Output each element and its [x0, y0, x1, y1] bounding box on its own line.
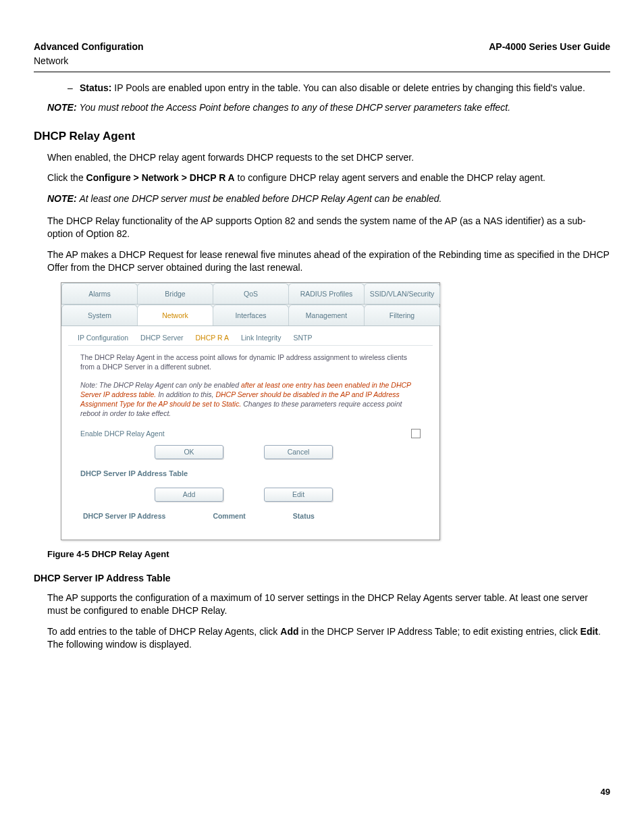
edit-button[interactable]: Edit: [264, 488, 333, 501]
page-header: Advanced Configuration AP-4000 Series Us…: [34, 41, 610, 53]
subtab-dhcpserver[interactable]: DHCP Server: [140, 333, 183, 342]
tab-network[interactable]: Network: [137, 305, 213, 325]
subtab-dhcpra[interactable]: DHCP R A: [196, 333, 229, 342]
table-title: DHCP Server IP Address Table: [80, 469, 421, 479]
ok-cancel-row: OK Cancel: [155, 445, 421, 459]
col-comment: Comment: [213, 511, 245, 521]
tab-ssid[interactable]: SSID/VLAN/Security: [364, 283, 440, 304]
figure-caption: Figure 4-5 DHCP Relay Agent: [47, 548, 610, 561]
add-edit-row: Add Edit: [155, 488, 421, 501]
tab-bridge[interactable]: Bridge: [137, 283, 213, 304]
enable-checkbox[interactable]: [411, 429, 421, 438]
tab-interfaces[interactable]: Interfaces: [213, 305, 289, 325]
para-navigate: Click the Configure > Network > DHCP R A…: [47, 172, 610, 184]
note-reboot: NOTE: You must reboot the Access Point b…: [47, 101, 610, 114]
status-text: Status: IP Pools are enabled upon entry …: [80, 82, 585, 95]
para-intro: When enabled, the DHCP relay agent forwa…: [47, 151, 610, 164]
status-list-item: – Status: IP Pools are enabled upon entr…: [61, 82, 610, 95]
sub-heading-table: DHCP Server IP Address Table: [34, 572, 610, 585]
config-screenshot: Alarms Bridge QoS RADIUS Profiles SSID/V…: [61, 282, 440, 540]
tab-system[interactable]: System: [61, 305, 138, 325]
tab-radius[interactable]: RADIUS Profiles: [288, 283, 365, 304]
para-option82: The DHCP Relay functionality of the AP s…: [47, 215, 610, 240]
shot-body: The DHCP Relay Agent in the access point…: [61, 346, 439, 527]
para-max10: The AP supports the configuration of a m…: [47, 592, 610, 617]
enable-label: Enable DHCP Relay Agent: [80, 429, 165, 438]
note-enable-req: NOTE: At least one DHCP server must be e…: [47, 192, 610, 205]
dash-bullet: –: [61, 82, 80, 95]
bottom-tab-row: System Network Interfaces Management Fil…: [61, 305, 439, 326]
para-add-edit: To add entries to the table of DHCP Rela…: [47, 625, 610, 651]
header-left: Advanced Configuration: [34, 41, 144, 53]
page-number: 49: [34, 786, 610, 798]
subtab-link[interactable]: Link Integrity: [241, 333, 281, 342]
table-header-row: DHCP Server IP Address Comment Status: [80, 511, 421, 521]
col-ip: DHCP Server IP Address: [83, 511, 165, 521]
section-title: DHCP Relay Agent: [34, 129, 610, 145]
para-lease: The AP makes a DHCP Request for lease re…: [47, 249, 610, 274]
col-status: Status: [293, 511, 315, 521]
tab-qos[interactable]: QoS: [213, 283, 289, 304]
top-tab-row: Alarms Bridge QoS RADIUS Profiles SSID/V…: [61, 283, 439, 305]
sub-tab-row: IP Configuration DHCP Server DHCP R A Li…: [68, 326, 433, 346]
tab-filtering[interactable]: Filtering: [364, 305, 440, 325]
header-sub: Network: [34, 55, 610, 68]
subtab-sntp[interactable]: SNTP: [293, 333, 312, 342]
tab-alarms[interactable]: Alarms: [61, 283, 138, 304]
shot-note: Note: The DHCP Relay Agent can only be e…: [80, 380, 421, 419]
shot-intro: The DHCP Relay Agent in the access point…: [80, 353, 421, 371]
header-right: AP-4000 Series User Guide: [489, 41, 610, 53]
enable-row: Enable DHCP Relay Agent: [80, 429, 421, 438]
header-rule: [34, 72, 610, 72]
add-button[interactable]: Add: [155, 488, 223, 501]
cancel-button[interactable]: Cancel: [264, 445, 333, 459]
tab-management[interactable]: Management: [288, 305, 365, 325]
ok-button[interactable]: OK: [155, 445, 223, 459]
subtab-ipconfig[interactable]: IP Configuration: [78, 333, 128, 342]
